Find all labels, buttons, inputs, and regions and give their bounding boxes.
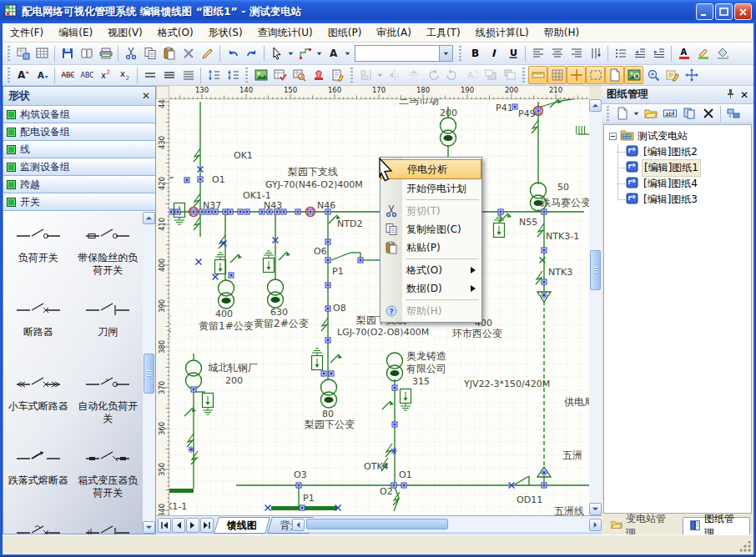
print-preview-button[interactable] bbox=[77, 44, 96, 63]
shape-item-断路器[interactable]: 断路器 bbox=[3, 293, 73, 367]
line-spacing-1-button[interactable] bbox=[140, 66, 159, 84]
vspace-inc-button[interactable] bbox=[204, 66, 223, 84]
delete-button[interactable] bbox=[179, 44, 198, 63]
tree-root[interactable]: 测试变电站 bbox=[604, 128, 751, 144]
menu-视图(V)[interactable]: 视图(V) bbox=[100, 23, 150, 43]
font-name-combo[interactable] bbox=[355, 45, 453, 62]
new-page-button[interactable] bbox=[612, 104, 632, 123]
bold-button[interactable]: B bbox=[465, 44, 484, 63]
menu-文件(F)[interactable]: 文件(F) bbox=[3, 23, 51, 43]
dropdown-button[interactable] bbox=[343, 44, 352, 63]
shape-item-负荷开关[interactable]: 负荷开关 bbox=[3, 218, 73, 293]
paste-button[interactable] bbox=[159, 44, 179, 63]
shape-group-开关[interactable]: 开关 bbox=[3, 193, 155, 211]
scroll-down-icon[interactable] bbox=[589, 503, 602, 515]
select-arrow-button[interactable] bbox=[267, 44, 286, 63]
delete-x-button[interactable] bbox=[698, 104, 718, 123]
shape-group-构筑设备组[interactable]: 构筑设备组 bbox=[3, 106, 155, 123]
save-button[interactable] bbox=[58, 44, 77, 63]
tree-item-[编辑]图纸2[interactable]: [编辑]图纸2 bbox=[604, 144, 751, 160]
scroll-right-icon[interactable] bbox=[589, 519, 602, 531]
collapse-icon[interactable] bbox=[609, 133, 617, 140]
connector-button[interactable] bbox=[295, 44, 315, 63]
prev-sheet-button[interactable] bbox=[172, 518, 185, 533]
font-shrink-button[interactable]: A bbox=[33, 66, 52, 84]
redo-button[interactable] bbox=[242, 44, 261, 63]
pan-window-button[interactable] bbox=[624, 66, 643, 84]
menu-格式(O)[interactable]: 格式(O) bbox=[150, 23, 201, 43]
copy-button[interactable] bbox=[140, 44, 159, 63]
property-edit-button[interactable] bbox=[663, 66, 682, 84]
menu-编辑(E)[interactable]: 编辑(E) bbox=[51, 23, 100, 43]
shape-group-跨越[interactable]: 跨越 bbox=[3, 176, 155, 193]
menu-图纸(P)[interactable]: 图纸(P) bbox=[320, 23, 370, 43]
dropdown-button[interactable] bbox=[315, 44, 324, 63]
fill-color-button[interactable] bbox=[713, 44, 732, 63]
canvas-hscrollbar[interactable] bbox=[292, 518, 602, 532]
ruler-button[interactable] bbox=[528, 66, 547, 84]
scroll-thumb[interactable] bbox=[590, 250, 601, 290]
superscript-button[interactable]: x2 bbox=[96, 66, 115, 84]
scroll-left-icon[interactable] bbox=[292, 519, 305, 531]
context-item-复制绘图(C)[interactable]: 复制绘图(C) bbox=[381, 220, 481, 238]
align-center-button[interactable] bbox=[547, 44, 567, 63]
vspace-dec-button[interactable] bbox=[223, 66, 242, 84]
toolbar-grip[interactable] bbox=[245, 68, 248, 83]
menu-形状(S)[interactable]: 形状(S) bbox=[201, 23, 250, 43]
shape-item-刀闸[interactable]: 刀闸 bbox=[73, 293, 144, 367]
first-sheet-button[interactable] bbox=[158, 518, 171, 533]
page-break-button[interactable] bbox=[605, 66, 624, 84]
shapes-scrollbar[interactable] bbox=[143, 212, 155, 534]
distribute-button[interactable] bbox=[586, 44, 605, 63]
toolbar-grip[interactable] bbox=[522, 68, 525, 83]
panel-tab-变电站管理[interactable]: 变电站管理 bbox=[605, 517, 681, 534]
minimize-button[interactable] bbox=[696, 3, 713, 20]
context-item-粘贴(P)[interactable]: 粘贴(P) bbox=[381, 238, 481, 257]
toolbar-grip[interactable] bbox=[350, 68, 353, 83]
approve-stamp-button[interactable] bbox=[309, 66, 328, 84]
align-right-button[interactable] bbox=[567, 44, 586, 63]
last-sheet-button[interactable] bbox=[200, 518, 214, 533]
new-page-dropdown[interactable] bbox=[632, 104, 641, 123]
menu-查询统计(U)[interactable]: 查询统计(U) bbox=[250, 23, 320, 43]
italic-button[interactable]: I bbox=[484, 44, 503, 63]
text-tool-button[interactable]: A bbox=[324, 44, 343, 63]
print-button[interactable] bbox=[96, 44, 115, 63]
strikethrough-button[interactable]: ABC bbox=[58, 66, 77, 84]
shape-item-箱式变压器负荷开关[interactable]: 箱式变压器负荷开关 bbox=[73, 441, 144, 515]
close-button[interactable] bbox=[734, 3, 752, 20]
toolbar-grip[interactable] bbox=[8, 46, 10, 62]
subscript-button[interactable]: x2 bbox=[115, 66, 134, 84]
tree-item-[编辑]图纸3[interactable]: [编辑]图纸3 bbox=[604, 192, 751, 208]
scroll-up-icon[interactable] bbox=[143, 212, 155, 224]
rename-abl-button[interactable]: ab bbox=[660, 104, 679, 123]
drawings-panel-close-icon[interactable]: ✕ bbox=[740, 89, 748, 101]
line-spacing-2-button[interactable] bbox=[179, 66, 198, 84]
shape-item-小车式断路器[interactable]: 小车式断路器 bbox=[3, 367, 73, 441]
tree-item-[编辑]图纸1[interactable]: [编辑]图纸1 bbox=[604, 160, 751, 176]
menu-审批(A)[interactable]: 审批(A) bbox=[369, 23, 419, 43]
toolbar-grip[interactable] bbox=[607, 106, 609, 122]
shape-item-跌落式熔断器[interactable]: 跌落式熔断器 bbox=[3, 441, 73, 515]
shape-item-自动化负荷开关[interactable]: 自动化负荷开关 bbox=[73, 367, 144, 441]
menu-帮助(H)[interactable]: 帮助(H) bbox=[537, 23, 587, 43]
resize-grip[interactable] bbox=[740, 541, 752, 553]
outdent-button[interactable] bbox=[630, 44, 649, 63]
dropdown-button[interactable] bbox=[286, 44, 295, 63]
bullets-button[interactable] bbox=[611, 44, 630, 63]
new-drawing-button[interactable] bbox=[13, 44, 33, 63]
zoom-fit-button[interactable] bbox=[643, 66, 663, 84]
shape-item-带保险丝的负荷开关[interactable]: 带保险丝的负荷开关 bbox=[73, 218, 144, 293]
toolbar-grip[interactable] bbox=[8, 68, 10, 83]
panel-tab-图纸管理[interactable]: 图纸管理 bbox=[683, 517, 750, 534]
menu-线损计算(L)[interactable]: 线损计算(L) bbox=[468, 23, 537, 43]
transfer-button[interactable] bbox=[723, 104, 743, 123]
menu-工具(T)[interactable]: 工具(T) bbox=[419, 23, 468, 43]
scroll-thumb[interactable] bbox=[144, 354, 154, 394]
sheet-tab-馈线图[interactable]: 馈线图 bbox=[214, 517, 270, 534]
guides-button[interactable] bbox=[567, 66, 586, 84]
font-enlarge-button[interactable]: A bbox=[13, 66, 33, 84]
pin-icon[interactable] bbox=[726, 88, 735, 101]
indent-button[interactable] bbox=[649, 44, 668, 63]
maximize-button[interactable] bbox=[715, 3, 733, 20]
